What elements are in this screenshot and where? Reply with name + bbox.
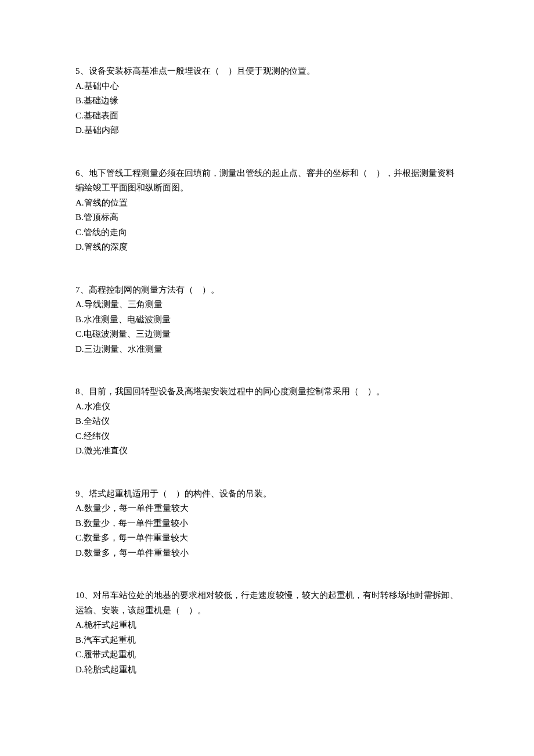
question-option-c: C.电磁波测量、三边测量 [75,327,459,342]
question-option-d: D.三边测量、水准测量 [75,342,459,357]
question-option-d: D.管线的深度 [75,240,459,255]
question-option-b: B.全站仪 [75,414,459,429]
question-stem: 6、地下管线工程测量必须在回填前，测量出管线的起止点、窨井的坐标和（ ），并根据… [75,166,459,196]
question-option-c: C.基础表面 [75,109,459,124]
question-option-a: A.导线测量、三角测量 [75,297,459,312]
question-option-a: A.桅杆式起重机 [75,618,459,633]
question-option-b: B.基础边缘 [75,93,459,109]
question-stem: 5、设备安装标高基准点一般埋设在（ ）且便于观测的位置。 [75,64,459,79]
question-option-a: A.管线的位置 [75,196,459,211]
question-option-b: B.汽车式起重机 [75,633,459,648]
question-5: 5、设备安装标高基准点一般埋设在（ ）且便于观测的位置。 A.基础中心 B.基础… [75,64,459,138]
question-option-c: C.经纬仪 [75,429,459,444]
question-option-a: A.水准仪 [75,399,459,415]
question-stem: 9、塔式起重机适用于（ ）的构件、设备的吊装。 [75,487,459,502]
question-stem: 7、高程控制网的测量方法有（ ）。 [75,283,459,298]
question-option-d: D.基础内部 [75,123,459,138]
question-option-c: C.数量多，每一单件重量较大 [75,531,459,546]
document-page: 5、设备安装标高基准点一般埋设在（ ）且便于观测的位置。 A.基础中心 B.基础… [0,0,534,735]
question-option-b: B.水准测量、电磁波测量 [75,312,459,327]
question-option-d: D.轮胎式起重机 [75,663,459,678]
question-stem: 8、目前，我国回转型设备及高塔架安装过程中的同心度测量控制常采用（ ）。 [75,384,459,399]
question-10: 10、对吊车站位处的地基的要求相对较低，行走速度较慢，较大的起重机，有时转移场地… [75,588,459,677]
question-option-a: A.基础中心 [75,79,459,94]
question-6: 6、地下管线工程测量必须在回填前，测量出管线的起止点、窨井的坐标和（ ），并根据… [75,166,459,255]
question-option-b: B.管顶标高 [75,210,459,225]
question-option-c: C.履带式起重机 [75,647,459,663]
question-option-b: B.数量少，每一单件重量较小 [75,516,459,531]
question-option-a: A.数量少，每一单件重量较大 [75,501,459,516]
question-9: 9、塔式起重机适用于（ ）的构件、设备的吊装。 A.数量少，每一单件重量较大 B… [75,487,459,561]
question-stem: 10、对吊车站位处的地基的要求相对较低，行走速度较慢，较大的起重机，有时转移场地… [75,588,459,618]
question-7: 7、高程控制网的测量方法有（ ）。 A.导线测量、三角测量 B.水准测量、电磁波… [75,283,459,357]
question-option-d: D.激光准直仪 [75,444,459,459]
question-8: 8、目前，我国回转型设备及高塔架安装过程中的同心度测量控制常采用（ ）。 A.水… [75,384,459,459]
question-option-c: C.管线的走向 [75,225,459,240]
question-option-d: D.数量多，每一单件重量较小 [75,546,459,561]
